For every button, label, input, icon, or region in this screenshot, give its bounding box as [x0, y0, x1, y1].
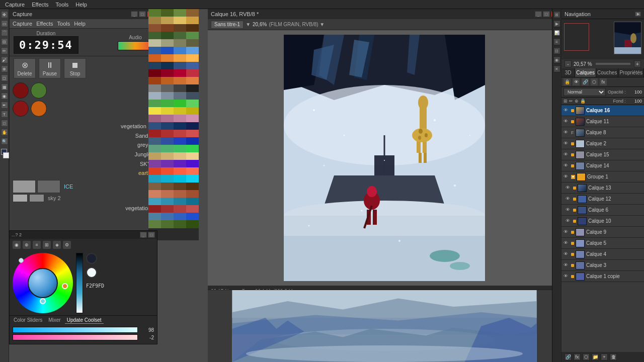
palette-vegetation1[interactable]: vegetation 1 [14, 122, 153, 131]
ice-swatch-dark[interactable] [37, 180, 60, 193]
layer-eye-c13[interactable]: 👁 [566, 185, 572, 191]
palette-sky[interactable]: SKY [14, 159, 153, 169]
layer-eye-c10[interactable]: 👁 [566, 218, 572, 224]
tab-couches[interactable]: Couches [596, 68, 618, 77]
lb-mask-icon[interactable]: ⬡ [583, 353, 590, 360]
zoom-slider[interactable] [596, 63, 630, 65]
palette-vegetation[interactable]: vegetation [14, 205, 153, 211]
lt-visibility-icon[interactable]: 👁 [573, 78, 580, 85]
group-expand-icon[interactable]: ▼ [571, 175, 575, 179]
menu-item-capture[interactable]: Capture [2, 2, 28, 8]
layer-item-g1[interactable]: 👁 ▼ Groupe 1 [561, 171, 644, 183]
sky2-swatch2[interactable] [29, 194, 44, 202]
menu-item-tools[interactable]: Tools [53, 2, 72, 8]
zoom-out-btn[interactable]: - [565, 60, 572, 67]
tab-calques[interactable]: Calques [575, 68, 596, 77]
hex-color-value[interactable]: F2F9FD [86, 283, 104, 289]
swatch-dark-red[interactable] [13, 82, 29, 99]
rs-icon-2[interactable]: ▶ [553, 20, 560, 27]
menu-capture[interactable]: Capture [13, 21, 32, 27]
layer-eye-c14[interactable]: 👁 [564, 163, 570, 169]
layer-eye-c5[interactable]: 👁 [564, 240, 570, 246]
menu-item-effects[interactable]: Effects [29, 2, 51, 8]
color-wheel-container[interactable] [13, 253, 73, 313]
layer-item-c13[interactable]: 👁 Calque 13 [561, 183, 644, 194]
lt-lock-icon[interactable]: 🔒 [564, 78, 571, 85]
color-wheel-settings[interactable]: ⚙ [63, 241, 71, 249]
blend-mode-select[interactable]: Normal [564, 88, 606, 96]
lb-group-icon[interactable]: 📁 [592, 353, 599, 360]
tool-eyedropper[interactable]: ✏ [1, 47, 8, 54]
color-wheel-icon1[interactable]: ◉ [13, 241, 21, 249]
tab-proprietes[interactable]: Propriétés [618, 68, 644, 77]
layer-name-dropdown[interactable]: Sans titre-1 [211, 21, 244, 29]
tool-hand[interactable]: ✋ [1, 129, 8, 136]
layer-eye-c1c[interactable]: 👁 [564, 274, 570, 280]
tab-3d[interactable]: 3D [561, 68, 575, 77]
layer-item-c1c[interactable]: 👁 Calque 1 copie [561, 271, 644, 282]
lb-add-icon[interactable]: + [601, 353, 608, 360]
layer-eye-c11[interactable]: 👁 [564, 119, 570, 125]
layer-item-c12[interactable]: 👁 Calque 12 [561, 194, 644, 205]
menu-tools[interactable]: Tools [57, 21, 70, 27]
layer-item-c8[interactable]: 👁 F Calque 8 [561, 127, 644, 138]
layer-eye-c8[interactable]: 👁 [564, 130, 570, 136]
swatch-dark-red2[interactable] [13, 101, 29, 117]
rs-icon-adjust[interactable]: ⊡ [553, 47, 560, 54]
tab-mixer[interactable]: Mixer [46, 317, 62, 324]
layer-item-c9[interactable]: 👁 Calque 9 [561, 227, 644, 238]
color-wheel-icon5[interactable]: ◈ [53, 241, 61, 249]
menu-item-help[interactable]: Help [72, 2, 90, 8]
delete-button[interactable]: ⊗ Delete [14, 58, 36, 78]
color-brightness-bar[interactable] [76, 253, 83, 313]
zoom-in-btn[interactable]: + [634, 60, 641, 67]
capture-maximize-btn[interactable]: □ [139, 11, 146, 17]
background-color[interactable] [3, 152, 9, 158]
foreground-swatch[interactable] [86, 253, 97, 264]
layer-item-c11[interactable]: 👁 Calque 11 [561, 116, 644, 127]
palette-canvas[interactable] [148, 9, 199, 240]
lock-position-icon[interactable]: ⊕ [575, 99, 579, 104]
stop-button[interactable]: ⏹ Stop [64, 58, 86, 78]
layer-item-c3[interactable]: 👁 Calque 3 [561, 260, 644, 271]
layer-item-c10[interactable]: 👁 Calque 10 [561, 216, 644, 227]
tool-move[interactable]: ✥ [1, 11, 8, 18]
rs-icon-1[interactable]: ⊞ [553, 11, 560, 18]
capture-minimize-btn[interactable]: _ [131, 11, 138, 17]
color-wheel-icon4[interactable]: ⊞ [43, 241, 51, 249]
palette-sky2[interactable]: sky 2 [46, 194, 63, 202]
swatch-orange[interactable] [31, 101, 47, 117]
layer-item-c14[interactable]: 👁 Calque 14 [561, 160, 644, 171]
layer-eye-c16[interactable]: 👁 [564, 108, 570, 114]
layer-item-c16[interactable]: 👁 Calque 16 [561, 105, 644, 116]
tab-update-coolset[interactable]: Update Coolset [65, 317, 104, 324]
swatch-green[interactable] [31, 82, 47, 99]
palette-sands[interactable]: Sands [14, 131, 153, 141]
palette-jungle[interactable]: Jungle [14, 150, 153, 159]
lb-delete-icon[interactable]: 🗑 [610, 353, 617, 360]
menu-help[interactable]: Help [74, 21, 86, 27]
layer-item-c15[interactable]: 👁 Calque 15 [561, 149, 644, 160]
rs-icon-histogram[interactable]: 📊 [553, 29, 560, 36]
canvas-restore-btn[interactable]: □ [543, 11, 550, 17]
color-wheel-icon2[interactable]: ⊕ [23, 241, 31, 249]
color-wheel-maximize[interactable]: □ [148, 232, 155, 238]
lt-fx-icon[interactable]: fx [600, 78, 607, 85]
lb-fx-icon[interactable]: fx [574, 353, 581, 360]
background-swatch[interactable] [86, 267, 97, 278]
tool-zoom[interactable]: 🔍 [1, 138, 8, 145]
rs-icon-close[interactable]: ✕ [553, 65, 560, 72]
rs-icon-layers[interactable]: ≡ [553, 38, 560, 45]
layer-eye-c15[interactable]: 👁 [564, 152, 570, 158]
palette-ice[interactable]: ICE [62, 180, 75, 193]
lock-pixels-icon[interactable]: ✏ [569, 99, 573, 104]
tool-eraser[interactable]: ◻ [1, 74, 8, 81]
color-wheel-minimize[interactable]: _ [140, 232, 147, 238]
layer-item-c6[interactable]: 👁 Calque 6 [561, 205, 644, 216]
sky2-swatch1[interactable] [13, 194, 28, 202]
tool-clone[interactable]: ⊕ [1, 65, 8, 72]
layer-eye-c9[interactable]: 👁 [564, 229, 570, 235]
lt-link-icon[interactable]: 🔗 [582, 78, 589, 85]
layer-eye-c12[interactable]: 👁 [566, 196, 572, 202]
pause-button[interactable]: ⏸ Pause [39, 58, 61, 78]
